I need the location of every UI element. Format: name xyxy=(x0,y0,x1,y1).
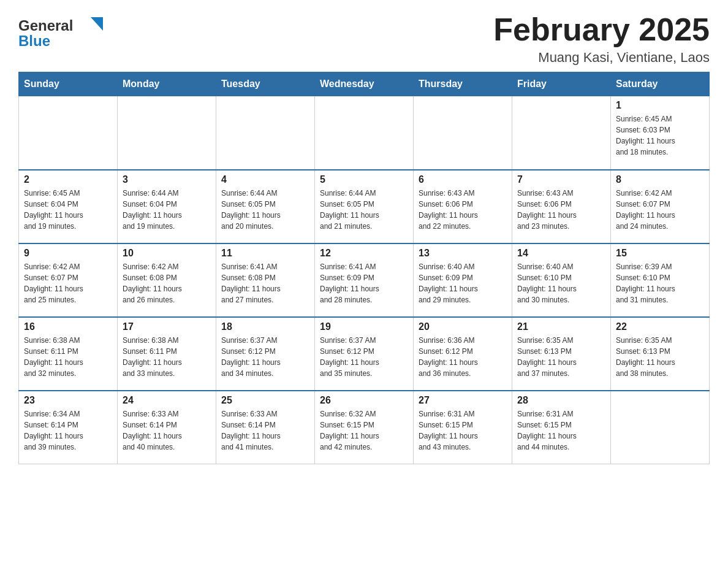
day-info: Sunrise: 6:33 AMSunset: 6:14 PMDaylight:… xyxy=(123,408,211,453)
day-info: Sunrise: 6:42 AMSunset: 6:07 PMDaylight:… xyxy=(616,188,704,232)
logo: General Blue xyxy=(18,12,116,54)
day-number: 1 xyxy=(616,100,704,111)
calendar-cell: 13Sunrise: 6:40 AMSunset: 6:09 PMDayligh… xyxy=(414,243,512,317)
day-info: Sunrise: 6:41 AMSunset: 6:09 PMDaylight:… xyxy=(320,261,408,305)
page-title: February 2025 xyxy=(493,12,710,47)
calendar-cell: 23Sunrise: 6:34 AMSunset: 6:14 PMDayligh… xyxy=(19,391,118,464)
day-number: 27 xyxy=(419,395,507,406)
weekday-header-saturday: Saturday xyxy=(611,72,710,96)
day-info: Sunrise: 6:40 AMSunset: 6:09 PMDaylight:… xyxy=(419,261,507,305)
day-number: 12 xyxy=(320,248,408,259)
day-info: Sunrise: 6:31 AMSunset: 6:15 PMDaylight:… xyxy=(517,408,605,453)
day-number: 22 xyxy=(616,321,704,332)
day-info: Sunrise: 6:37 AMSunset: 6:12 PMDaylight:… xyxy=(221,335,309,379)
day-number: 7 xyxy=(517,174,605,185)
calendar-cell: 20Sunrise: 6:36 AMSunset: 6:12 PMDayligh… xyxy=(414,317,512,391)
calendar-cell: 10Sunrise: 6:42 AMSunset: 6:08 PMDayligh… xyxy=(118,243,216,317)
calendar-cell xyxy=(512,96,611,170)
day-number: 18 xyxy=(221,321,309,332)
day-number: 14 xyxy=(517,248,605,259)
day-number: 13 xyxy=(419,248,507,259)
calendar-cell: 28Sunrise: 6:31 AMSunset: 6:15 PMDayligh… xyxy=(512,391,611,464)
day-info: Sunrise: 6:40 AMSunset: 6:10 PMDaylight:… xyxy=(517,261,605,305)
day-info: Sunrise: 6:45 AMSunset: 6:03 PMDaylight:… xyxy=(616,113,704,158)
svg-text:Blue: Blue xyxy=(18,33,50,49)
calendar-cell: 3Sunrise: 6:44 AMSunset: 6:04 PMDaylight… xyxy=(118,170,216,243)
title-block: February 2025 Muang Kasi, Vientiane, Lao… xyxy=(493,12,710,66)
day-info: Sunrise: 6:44 AMSunset: 6:05 PMDaylight:… xyxy=(320,188,408,232)
calendar-cell: 8Sunrise: 6:42 AMSunset: 6:07 PMDaylight… xyxy=(611,170,710,243)
calendar-cell: 14Sunrise: 6:40 AMSunset: 6:10 PMDayligh… xyxy=(512,243,611,317)
page-subtitle: Muang Kasi, Vientiane, Laos xyxy=(493,50,710,66)
day-number: 15 xyxy=(616,248,704,259)
weekday-header-tuesday: Tuesday xyxy=(216,72,315,96)
calendar-cell xyxy=(19,96,118,170)
day-number: 24 xyxy=(123,395,211,406)
day-number: 4 xyxy=(221,174,309,185)
day-number: 17 xyxy=(123,321,211,332)
day-info: Sunrise: 6:38 AMSunset: 6:11 PMDaylight:… xyxy=(24,335,112,379)
day-info: Sunrise: 6:32 AMSunset: 6:15 PMDaylight:… xyxy=(320,408,408,453)
day-info: Sunrise: 6:43 AMSunset: 6:06 PMDaylight:… xyxy=(419,188,507,232)
day-number: 19 xyxy=(320,321,408,332)
calendar-cell: 4Sunrise: 6:44 AMSunset: 6:05 PMDaylight… xyxy=(216,170,315,243)
day-info: Sunrise: 6:35 AMSunset: 6:13 PMDaylight:… xyxy=(616,335,704,379)
calendar-cell xyxy=(315,96,414,170)
day-info: Sunrise: 6:35 AMSunset: 6:13 PMDaylight:… xyxy=(517,335,605,379)
calendar-cell: 2Sunrise: 6:45 AMSunset: 6:04 PMDaylight… xyxy=(19,170,118,243)
day-number: 9 xyxy=(24,248,112,259)
page-header: General Blue February 2025 Muang Kasi, V… xyxy=(18,12,710,66)
calendar-week-3: 9Sunrise: 6:42 AMSunset: 6:07 PMDaylight… xyxy=(19,243,710,317)
calendar-cell: 17Sunrise: 6:38 AMSunset: 6:11 PMDayligh… xyxy=(118,317,216,391)
day-number: 2 xyxy=(24,174,112,185)
calendar-cell: 19Sunrise: 6:37 AMSunset: 6:12 PMDayligh… xyxy=(315,317,414,391)
day-info: Sunrise: 6:33 AMSunset: 6:14 PMDaylight:… xyxy=(221,408,309,453)
calendar-cell: 16Sunrise: 6:38 AMSunset: 6:11 PMDayligh… xyxy=(19,317,118,391)
weekday-header-thursday: Thursday xyxy=(414,72,512,96)
calendar-cell: 7Sunrise: 6:43 AMSunset: 6:06 PMDaylight… xyxy=(512,170,611,243)
day-info: Sunrise: 6:37 AMSunset: 6:12 PMDaylight:… xyxy=(320,335,408,379)
weekday-header-monday: Monday xyxy=(118,72,216,96)
day-number: 23 xyxy=(24,395,112,406)
calendar-cell xyxy=(216,96,315,170)
calendar-header-row: SundayMondayTuesdayWednesdayThursdayFrid… xyxy=(19,72,710,96)
day-info: Sunrise: 6:34 AMSunset: 6:14 PMDaylight:… xyxy=(24,408,112,453)
day-info: Sunrise: 6:43 AMSunset: 6:06 PMDaylight:… xyxy=(517,188,605,232)
calendar-cell: 21Sunrise: 6:35 AMSunset: 6:13 PMDayligh… xyxy=(512,317,611,391)
calendar-cell: 1Sunrise: 6:45 AMSunset: 6:03 PMDaylight… xyxy=(611,96,710,170)
calendar-cell: 27Sunrise: 6:31 AMSunset: 6:15 PMDayligh… xyxy=(414,391,512,464)
day-info: Sunrise: 6:41 AMSunset: 6:08 PMDaylight:… xyxy=(221,261,309,305)
calendar-week-2: 2Sunrise: 6:45 AMSunset: 6:04 PMDaylight… xyxy=(19,170,710,243)
day-info: Sunrise: 6:44 AMSunset: 6:04 PMDaylight:… xyxy=(123,188,211,232)
calendar-cell: 5Sunrise: 6:44 AMSunset: 6:05 PMDaylight… xyxy=(315,170,414,243)
weekday-header-wednesday: Wednesday xyxy=(315,72,414,96)
day-number: 21 xyxy=(517,321,605,332)
day-number: 10 xyxy=(123,248,211,259)
day-number: 16 xyxy=(24,321,112,332)
svg-marker-1 xyxy=(91,17,103,31)
day-info: Sunrise: 6:45 AMSunset: 6:04 PMDaylight:… xyxy=(24,188,112,232)
day-number: 26 xyxy=(320,395,408,406)
day-number: 5 xyxy=(320,174,408,185)
calendar-cell: 9Sunrise: 6:42 AMSunset: 6:07 PMDaylight… xyxy=(19,243,118,317)
day-number: 20 xyxy=(419,321,507,332)
day-info: Sunrise: 6:36 AMSunset: 6:12 PMDaylight:… xyxy=(419,335,507,379)
day-number: 8 xyxy=(616,174,704,185)
calendar-cell: 18Sunrise: 6:37 AMSunset: 6:12 PMDayligh… xyxy=(216,317,315,391)
calendar-cell: 26Sunrise: 6:32 AMSunset: 6:15 PMDayligh… xyxy=(315,391,414,464)
day-number: 6 xyxy=(419,174,507,185)
calendar-cell: 6Sunrise: 6:43 AMSunset: 6:06 PMDaylight… xyxy=(414,170,512,243)
day-info: Sunrise: 6:39 AMSunset: 6:10 PMDaylight:… xyxy=(616,261,704,305)
calendar-cell: 15Sunrise: 6:39 AMSunset: 6:10 PMDayligh… xyxy=(611,243,710,317)
day-number: 3 xyxy=(123,174,211,185)
calendar-week-1: 1Sunrise: 6:45 AMSunset: 6:03 PMDaylight… xyxy=(19,96,710,170)
calendar-week-5: 23Sunrise: 6:34 AMSunset: 6:14 PMDayligh… xyxy=(19,391,710,464)
day-number: 28 xyxy=(517,395,605,406)
weekday-header-friday: Friday xyxy=(512,72,611,96)
svg-text:General: General xyxy=(18,17,73,34)
calendar-cell: 12Sunrise: 6:41 AMSunset: 6:09 PMDayligh… xyxy=(315,243,414,317)
calendar-cell xyxy=(611,391,710,464)
day-info: Sunrise: 6:42 AMSunset: 6:07 PMDaylight:… xyxy=(24,261,112,305)
calendar-cell: 24Sunrise: 6:33 AMSunset: 6:14 PMDayligh… xyxy=(118,391,216,464)
day-info: Sunrise: 6:31 AMSunset: 6:15 PMDaylight:… xyxy=(419,408,507,453)
